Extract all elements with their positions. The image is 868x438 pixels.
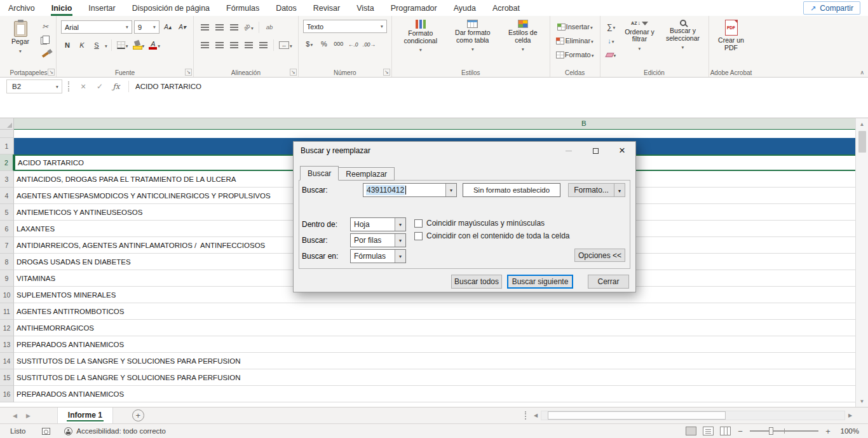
cell-B14[interactable]: SUSTITUTOS DE LA SANGRE Y SOLUCIONES PAR…	[14, 353, 855, 369]
scroll-left-icon[interactable]	[531, 413, 541, 418]
find-next-button[interactable]: Buscar siguiente	[507, 275, 573, 289]
delete-cells-button[interactable]: Eliminar	[555, 34, 595, 47]
decrease-decimal-button[interactable]	[362, 38, 377, 50]
format-painter-button[interactable]	[39, 48, 51, 61]
row-header-10[interactable]: 10	[0, 287, 14, 303]
format-button[interactable]: Formato...	[568, 183, 625, 197]
underline-button[interactable]: S	[90, 39, 103, 51]
scrollbar-splitter[interactable]	[525, 411, 526, 420]
alignment-dialog-launcher[interactable]	[290, 69, 297, 76]
select-all-button[interactable]	[0, 118, 14, 130]
wrap-text-button[interactable]	[263, 21, 276, 34]
horizontal-scroll-track[interactable]	[541, 411, 845, 420]
previous-sheet-icon[interactable]	[13, 413, 17, 419]
row-header-4[interactable]: 4	[0, 188, 14, 204]
find-all-button[interactable]: Buscar todos	[451, 275, 502, 289]
tab-formulas[interactable]: Fórmulas	[218, 0, 268, 16]
zoom-slider-thumb[interactable]	[769, 427, 773, 435]
conditional-formatting-button[interactable]: Formato condicional	[397, 18, 445, 54]
align-bottom-button[interactable]	[227, 21, 240, 34]
bold-button[interactable]: N	[61, 39, 74, 51]
match-case-checkbox[interactable]: Coincidir mayúsculas y minúsculas	[414, 219, 545, 228]
close-button[interactable]	[609, 142, 635, 160]
tab-archivo[interactable]: Archivo	[0, 0, 43, 16]
tab-vista[interactable]: Vista	[348, 0, 383, 16]
percent-button[interactable]: %	[318, 38, 330, 50]
chevron-down-icon[interactable]	[105, 41, 107, 50]
decrease-indent-button[interactable]	[242, 39, 255, 51]
formula-bar-splitter[interactable]	[68, 81, 69, 92]
scroll-right-icon[interactable]	[845, 413, 855, 418]
row-header-13[interactable]: 13	[0, 336, 14, 353]
scroll-down-icon[interactable]	[856, 395, 868, 407]
zoom-level[interactable]: 100%	[837, 427, 859, 435]
align-left-button[interactable]	[198, 39, 211, 51]
grow-font-button[interactable]	[161, 21, 174, 34]
insert-function-icon[interactable]	[108, 82, 125, 91]
row-header-8[interactable]: 8	[0, 254, 14, 270]
tab-acrobat[interactable]: Acrobat	[484, 0, 528, 16]
fill-button[interactable]	[605, 34, 618, 47]
row-header-11[interactable]: 11	[0, 303, 14, 320]
row-header-5[interactable]: 5	[0, 204, 14, 221]
paste-button[interactable]: Pegar	[6, 18, 35, 55]
next-sheet-icon[interactable]	[26, 413, 31, 419]
close-dialog-button[interactable]: Cerrar	[588, 275, 629, 289]
tab-revisar[interactable]: Revisar	[305, 0, 348, 16]
within-dropdown[interactable]: Hoja	[350, 217, 406, 231]
options-button[interactable]: Opciones <<	[574, 249, 625, 262]
row-header-1[interactable]: 1	[0, 138, 14, 154]
chevron-down-icon[interactable]	[445, 184, 456, 196]
tab-datos[interactable]: Datos	[268, 0, 305, 16]
tab-reemplazar[interactable]: Reemplazar	[339, 167, 395, 181]
font-size-combo[interactable]: 9	[134, 20, 159, 34]
look-in-dropdown[interactable]: Fórmulas	[350, 249, 406, 263]
enter-icon[interactable]	[92, 82, 108, 91]
find-what-input[interactable]: 439110412	[363, 183, 457, 197]
insert-cells-button[interactable]: Insertar	[555, 20, 595, 33]
maximize-button[interactable]	[582, 142, 609, 160]
row-header-15[interactable]: 15	[0, 369, 14, 386]
formula-input[interactable]: ACIDO TARTARICO	[133, 83, 201, 90]
cell[interactable]	[14, 130, 855, 138]
orientation-button[interactable]	[242, 21, 255, 34]
font-color-button[interactable]	[147, 39, 161, 51]
shrink-font-button[interactable]	[176, 21, 189, 34]
scroll-up-icon[interactable]	[856, 118, 868, 130]
row-header-14[interactable]: 14	[0, 353, 14, 369]
chevron-down-icon[interactable]	[395, 234, 405, 247]
fill-color-button[interactable]	[132, 39, 146, 51]
page-break-view-button[interactable]	[720, 427, 731, 435]
name-box[interactable]: B2	[6, 79, 62, 93]
tab-programador[interactable]: Programador	[383, 0, 445, 16]
increase-indent-button[interactable]	[257, 39, 269, 51]
format-cells-button[interactable]: Formato	[555, 48, 595, 61]
clipboard-dialog-launcher[interactable]	[48, 69, 55, 76]
row-header-9[interactable]: 9	[0, 270, 14, 287]
row-header-12[interactable]: 12	[0, 320, 14, 336]
normal-view-button[interactable]	[686, 427, 696, 435]
cell-B15[interactable]: SUSTITUTOS DE LA SANGRE Y SOLUCIONES PAR…	[14, 369, 855, 386]
collapse-ribbon-icon[interactable]	[860, 69, 864, 76]
new-sheet-button[interactable]	[132, 409, 144, 421]
number-format-combo[interactable]: Texto	[303, 20, 387, 33]
autosum-button[interactable]	[605, 20, 618, 33]
tab-disposicion[interactable]: Disposición de página	[124, 0, 218, 16]
chevron-down-icon[interactable]	[614, 186, 625, 195]
row-header-3[interactable]: 3	[0, 171, 14, 188]
cell-B13[interactable]: PREPARADOS ANTIANEMICOS	[14, 336, 855, 353]
horizontal-scroll-thumb[interactable]	[548, 411, 726, 420]
cut-button[interactable]	[39, 20, 51, 33]
cell-B11[interactable]: AGENTES ANTITROMBOTICOS	[14, 303, 855, 320]
search-order-dropdown[interactable]: Por filas	[350, 233, 406, 247]
borders-button[interactable]	[116, 39, 130, 51]
tab-buscar[interactable]: Buscar	[300, 166, 339, 181]
sort-filter-button[interactable]: Ordenar y filtrar	[621, 18, 658, 52]
accessibility-status[interactable]: Accesibilidad: todo correcto	[76, 427, 166, 435]
zoom-out-button[interactable]: −	[737, 427, 743, 436]
cell-B12[interactable]: ANTIHEMORRAGICOS	[14, 320, 855, 336]
font-family-combo[interactable]: Arial	[61, 20, 132, 34]
checkbox-icon[interactable]	[414, 232, 423, 240]
merge-center-button[interactable]	[278, 39, 294, 51]
row-header-7[interactable]: 7	[0, 237, 14, 254]
